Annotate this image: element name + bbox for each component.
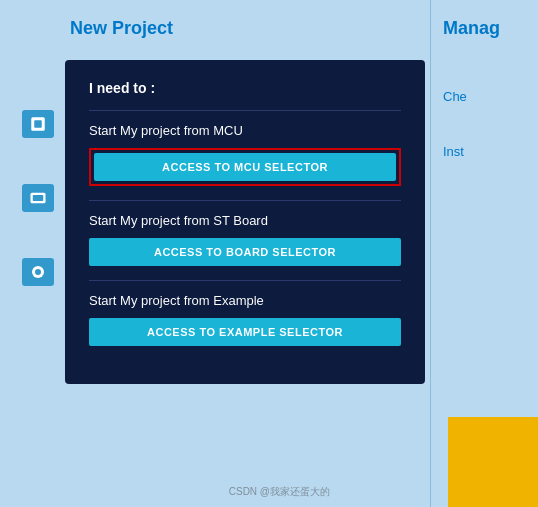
- section-board-label: Start My project from ST Board: [89, 213, 401, 228]
- divider-1: [89, 110, 401, 111]
- card-heading: I need to :: [89, 80, 401, 96]
- section-example-label: Start My project from Example: [89, 293, 401, 308]
- divider-3: [89, 280, 401, 281]
- right-links-list: Che Inst: [431, 89, 538, 159]
- svg-rect-1: [34, 120, 42, 128]
- section-mcu-label: Start My project from MCU: [89, 123, 401, 138]
- side-icon-1[interactable]: [22, 110, 54, 138]
- left-panel: New Project: [0, 0, 430, 507]
- access-example-selector-button[interactable]: ACCESS TO EXAMPLE SELECTOR: [89, 318, 401, 346]
- right-panel: Manag Che Inst: [430, 0, 538, 507]
- svg-point-5: [35, 269, 41, 275]
- yellow-decorative-block: [448, 417, 538, 507]
- access-board-selector-button[interactable]: ACCESS TO BOARD SELECTOR: [89, 238, 401, 266]
- watermark: CSDN @我家还蛋大的: [229, 485, 330, 499]
- app-layout: New Project: [0, 0, 538, 507]
- new-project-title: New Project: [0, 0, 430, 39]
- main-card: I need to : Start My project from MCU AC…: [65, 60, 425, 384]
- side-icon-3[interactable]: [22, 258, 54, 286]
- icon-board: [29, 189, 47, 207]
- icon-example: [29, 263, 47, 281]
- mcu-button-highlight: ACCESS TO MCU SELECTOR: [89, 148, 401, 186]
- divider-2: [89, 200, 401, 201]
- right-link-1[interactable]: Che: [443, 89, 538, 104]
- side-icons-container: [22, 110, 54, 286]
- icon-mcu: [29, 115, 47, 133]
- side-icon-2[interactable]: [22, 184, 54, 212]
- access-mcu-selector-button[interactable]: ACCESS TO MCU SELECTOR: [94, 153, 396, 181]
- manage-title: Manag: [431, 0, 538, 39]
- svg-rect-3: [33, 195, 44, 201]
- right-link-2[interactable]: Inst: [443, 144, 538, 159]
